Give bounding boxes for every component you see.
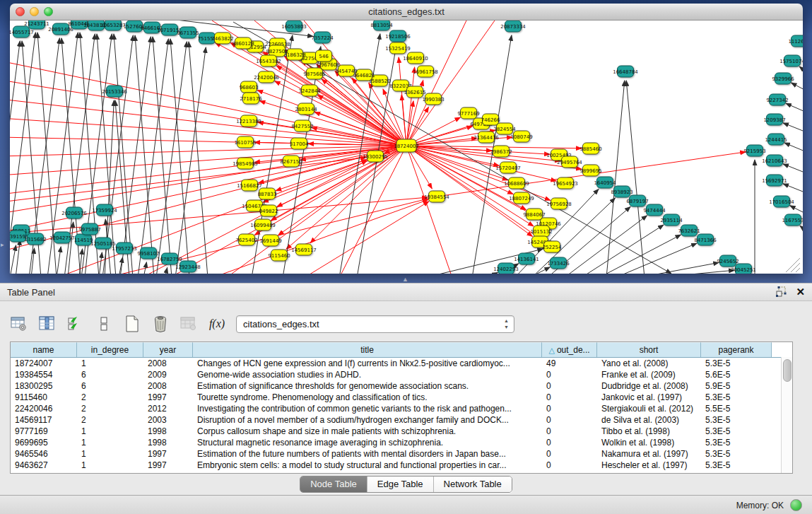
table-cell[interactable]: 1997 (143, 392, 193, 403)
network-node[interactable]: 10688609 (504, 177, 529, 189)
table-cell[interactable]: 2 (77, 392, 143, 403)
column-header-out-de-[interactable]: △out_de... (542, 342, 597, 357)
table-cell[interactable]: Changes of HCN gene expression and I(f) … (193, 358, 542, 369)
table-row[interactable]: 1456911722003Disruption of a novel membe… (11, 414, 792, 426)
network-node[interactable]: 8427552 (291, 120, 313, 132)
table-cell[interactable]: Structural magnetic resonance image aver… (193, 437, 542, 448)
table-selector-dropdown[interactable]: citations_edges.txt ▲▼ (236, 315, 514, 333)
table-cell[interactable]: Tourette syndrome. Phenomenology and cla… (193, 392, 542, 403)
table-settings-icon[interactable] (10, 315, 28, 333)
function-builder-icon[interactable]: f(x) (208, 315, 226, 333)
network-edge[interactable] (339, 146, 406, 274)
table-cell[interactable]: 5.3E-5 (701, 437, 772, 448)
network-edge[interactable] (10, 146, 406, 214)
column-header-year[interactable]: year (143, 342, 193, 357)
network-node[interactable]: 968603 (240, 81, 259, 93)
rows-icon[interactable] (95, 315, 113, 333)
network-node[interactable]: 2803144 (295, 103, 317, 115)
table-cell[interactable]: 0 (542, 414, 597, 426)
network-node[interactable]: 14569117 (291, 244, 317, 255)
table-cell[interactable]: 5.5E-5 (701, 403, 772, 414)
network-node[interactable]: 19854985 (233, 158, 258, 169)
table-cell[interactable]: 1 (77, 437, 143, 448)
close-panel-icon[interactable]: ✕ (796, 286, 805, 297)
table-cell[interactable]: 2008 (143, 358, 193, 369)
network-node[interactable]: 1691449 (259, 235, 281, 246)
table-cell[interactable]: 0 (542, 380, 597, 392)
vertical-scrollbar[interactable] (781, 357, 792, 473)
table-row[interactable]: 2242004622012Investigating the contribut… (11, 403, 792, 414)
table-cell[interactable]: Wolkin et al. (1998) (597, 437, 701, 448)
network-node[interactable]: 16210643 (762, 155, 787, 166)
network-node[interactable]: 18640910 (403, 52, 428, 64)
table-cell[interactable]: 0 (542, 369, 597, 380)
hidden-panel-arrow-icon[interactable]: ▸ (1, 241, 4, 248)
network-node[interactable]: 317004 (290, 138, 309, 149)
table-cell[interactable]: Disruption of a novel member of a sodium… (193, 414, 542, 426)
network-graph[interactable]: 1405571720891406212437118610443184381051… (10, 21, 803, 274)
table-row[interactable]: 946554611997Estimation of the future num… (11, 448, 792, 460)
table-cell[interactable]: 1998 (143, 426, 193, 437)
table-cell[interactable]: 5.3E-5 (701, 392, 772, 403)
table-cell[interactable]: Stergiakouli et al. (2012) (597, 403, 701, 414)
network-edge[interactable] (310, 146, 406, 243)
select-rows-icon[interactable] (66, 315, 85, 333)
network-edge[interactable] (486, 272, 498, 274)
table-cell[interactable]: 1997 (143, 448, 193, 460)
network-edge[interactable] (57, 247, 61, 274)
column-edit-icon[interactable] (38, 315, 57, 333)
table-cell[interactable]: 9463627 (11, 460, 77, 471)
table-cell[interactable]: Estimation of significance thresholds fo… (193, 380, 542, 392)
network-node[interactable]: 9885460 (579, 143, 601, 154)
network-node[interactable]: 9115460 (268, 250, 290, 261)
network-node[interactable]: 3824554 (493, 123, 516, 134)
network-node[interactable]: 20873334 (500, 21, 526, 32)
network-edge[interactable] (784, 143, 803, 153)
network-node[interactable]: 7625402 (235, 234, 257, 245)
network-node[interactable]: 7357224 (311, 32, 334, 43)
network-edge[interactable] (637, 262, 719, 274)
table-cell[interactable]: 1998 (143, 437, 193, 448)
network-node[interactable]: 746266 (481, 114, 500, 125)
network-node[interactable]: 9777169 (457, 107, 479, 119)
network-node[interactable]: 7986372 (490, 146, 512, 157)
network-node[interactable]: 16053803 (281, 21, 307, 32)
network-node[interactable]: 1112640 (788, 35, 803, 47)
tab-edge-table[interactable]: Edge Table (367, 477, 434, 492)
table-cell[interactable]: 0 (542, 426, 597, 437)
network-edge[interactable] (653, 270, 734, 274)
table-cell[interactable]: 2012 (143, 403, 193, 414)
table-row[interactable]: 969969511998Structural magnetic resonanc… (11, 437, 792, 448)
network-edge[interactable] (120, 37, 151, 274)
table-cell[interactable]: 5.3E-5 (701, 358, 772, 369)
table-cell[interactable]: Jankovic et al. (1997) (597, 392, 701, 403)
network-node[interactable]: 1733426 (547, 257, 570, 269)
network-edge[interactable] (135, 35, 154, 274)
table-cell[interactable]: 0 (542, 437, 597, 448)
network-node[interactable]: 39159 (10, 230, 26, 242)
table-cell[interactable]: 19384554 (11, 369, 77, 380)
table-cell[interactable]: 0 (542, 448, 597, 460)
network-edge[interactable] (156, 42, 187, 274)
table-cell[interactable]: 18300295 (11, 380, 77, 392)
network-edge[interactable] (10, 245, 16, 274)
network-node[interactable]: 2718176 (240, 93, 262, 104)
table-cell[interactable]: 5.3E-5 (701, 460, 772, 471)
network-node[interactable]: 8267150 (280, 156, 302, 167)
network-node[interactable]: 15692971 (762, 175, 787, 186)
table-cell[interactable]: 2003 (143, 414, 193, 426)
new-table-icon[interactable] (123, 315, 141, 333)
tab-network-table[interactable]: Network Table (434, 477, 512, 492)
table-cell[interactable]: Genome-wide association studies in ADHD. (193, 369, 542, 380)
network-edge[interactable] (138, 39, 168, 274)
network-node[interactable]: 19218506 (385, 30, 411, 42)
table-cell[interactable]: Yano et al. (2008) (597, 358, 701, 369)
table-cell[interactable]: Embryonic stem cells: a model to study s… (193, 460, 542, 471)
table-cell[interactable]: 2009 (143, 369, 193, 380)
table-body[interactable]: 1872400712008Changes of HCN gene express… (11, 358, 792, 471)
network-edge[interactable] (626, 81, 645, 274)
delete-rows-trash-icon[interactable] (151, 315, 170, 333)
table-row[interactable]: 911546021997Tourette syndrome. Phenomeno… (11, 392, 792, 403)
window-resize-grip[interactable] (786, 258, 800, 272)
splitter-handle-icon[interactable]: ▲ (402, 276, 408, 283)
